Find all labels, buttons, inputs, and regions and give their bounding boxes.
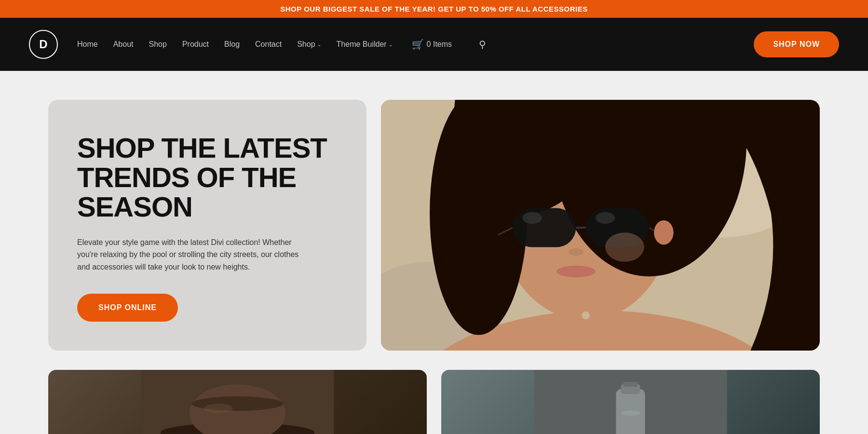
hero-title-area: SHOP THE LATEST TRENDS OF THE SEASON Ele…: [77, 134, 338, 292]
svg-point-31: [621, 411, 640, 416]
nav-item-product[interactable]: Product: [182, 40, 209, 49]
nav-link-home[interactable]: Home: [77, 40, 98, 48]
bottom-card-bottle[interactable]: [441, 370, 820, 434]
nav-link-theme-builder[interactable]: Theme Builder: [337, 40, 387, 49]
hero-image-svg: [381, 100, 820, 351]
svg-point-20: [654, 220, 673, 245]
cart-label: 0 Items: [427, 40, 452, 49]
theme-builder-chevron: ⌄: [389, 42, 393, 47]
hat-image: [48, 370, 427, 434]
logo[interactable]: D: [29, 30, 58, 59]
shop-dropdown-chevron: ⌄: [317, 42, 321, 47]
hero-description: Elevate your style game with the latest …: [77, 236, 309, 273]
nav-item-contact[interactable]: Contact: [255, 40, 282, 49]
nav-item-theme-builder[interactable]: Theme Builder ⌄: [337, 40, 393, 49]
search-icon[interactable]: ⚲: [479, 39, 486, 50]
svg-point-15: [596, 212, 615, 224]
logo-letter: D: [39, 38, 47, 51]
cart-area[interactable]: 🛒 0 Items: [412, 39, 452, 50]
nav-link-blog[interactable]: Blog: [224, 40, 240, 48]
nav-item-about[interactable]: About: [113, 40, 134, 49]
nav-item-shop-dropdown[interactable]: Shop ⌄: [297, 40, 321, 49]
nav-item-shop[interactable]: Shop: [149, 40, 167, 49]
hero-content-card: SHOP THE LATEST TRENDS OF THE SEASON Ele…: [48, 100, 366, 351]
bottom-cards: [0, 370, 868, 434]
svg-point-26: [204, 404, 233, 413]
banner-text: SHOP OUR BIGGEST SALE OF THE YEAR! GET U…: [280, 5, 587, 13]
top-banner: SHOP OUR BIGGEST SALE OF THE YEAR! GET U…: [0, 0, 868, 18]
svg-point-14: [522, 212, 542, 224]
bottle-image: [441, 370, 820, 434]
hero-section: SHOP THE LATEST TRENDS OF THE SEASON Ele…: [0, 71, 868, 370]
nav-links: Home About Shop Product Blog Contact Sho…: [77, 40, 393, 49]
cart-icon: 🛒: [412, 39, 424, 50]
navbar-left: D Home About Shop Product Blog Contact S…: [29, 30, 486, 59]
nav-link-shop[interactable]: Shop: [149, 40, 167, 48]
navbar: D Home About Shop Product Blog Contact S…: [0, 18, 868, 71]
nav-item-blog[interactable]: Blog: [224, 40, 240, 49]
svg-point-16: [569, 248, 583, 256]
svg-rect-9: [513, 208, 576, 247]
nav-link-contact[interactable]: Contact: [255, 40, 282, 48]
svg-rect-30: [624, 382, 638, 387]
nav-link-product[interactable]: Product: [182, 40, 209, 48]
nav-link-about[interactable]: About: [113, 40, 134, 48]
shop-now-button[interactable]: SHOP NOW: [754, 31, 839, 57]
svg-point-18: [582, 312, 590, 319]
svg-point-21: [605, 232, 644, 262]
svg-point-8: [430, 100, 527, 335]
nav-item-home[interactable]: Home: [77, 40, 98, 49]
nav-link-shop-dropdown[interactable]: Shop: [297, 40, 315, 49]
shop-online-button[interactable]: SHOP ONLINE: [77, 294, 178, 322]
hero-title: SHOP THE LATEST TRENDS OF THE SEASON: [77, 134, 338, 222]
svg-point-17: [556, 266, 596, 277]
hero-image: [381, 100, 820, 351]
bottom-card-hat[interactable]: [48, 370, 427, 434]
